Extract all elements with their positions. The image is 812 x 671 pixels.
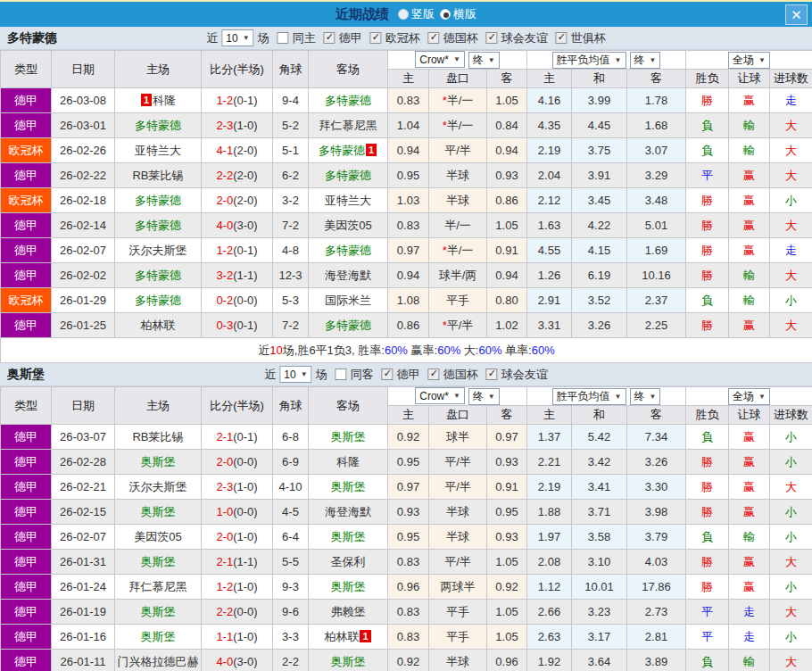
match-row: 德甲26-01-24拜仁慕尼黑1-2(1-0)9-3奥斯堡0.96两球半0.92… bbox=[1, 575, 812, 600]
league-badge: 德甲 bbox=[1, 450, 52, 475]
corner-cell: 7-2 bbox=[273, 213, 309, 238]
home-team-cell-name: 沃尔夫斯堡 bbox=[129, 480, 187, 493]
chevron-down-icon: ▼ bbox=[650, 393, 657, 401]
final-odds-select[interactable]: 终▼ bbox=[468, 52, 500, 69]
corner-cell: 3-2 bbox=[273, 188, 309, 213]
date-cell: 26-02-28 bbox=[52, 450, 115, 475]
match-row: 德甲26-03-07RB莱比锡2-1(0-1)6-8奥斯堡0.92球半0.971… bbox=[1, 425, 812, 450]
league-label-0: 德甲 bbox=[339, 30, 362, 46]
corner-cell: 5-2 bbox=[273, 113, 309, 138]
league-checkbox-2[interactable] bbox=[486, 369, 498, 380]
layout-horizontal-option[interactable]: 横版 bbox=[440, 6, 476, 22]
league-label-3: 球会友谊 bbox=[501, 30, 548, 46]
radio-vertical-icon[interactable] bbox=[398, 9, 409, 20]
score-cell: 1-0(0-0) bbox=[202, 500, 273, 525]
league-badge: 德甲 bbox=[1, 113, 52, 138]
red-card-badge: 1 bbox=[360, 630, 370, 642]
bookmaker-select[interactable]: Crow*▼ bbox=[415, 387, 465, 404]
away-team-cell-name: 奥斯堡 bbox=[331, 480, 366, 493]
avg-home-cell: 3.31 bbox=[527, 313, 572, 338]
fulltime-score: 2-0 bbox=[216, 194, 233, 207]
chevron-down-icon: ▼ bbox=[758, 56, 766, 64]
home-team-cell-name: 门兴格拉德巴赫 bbox=[118, 655, 199, 668]
same-venue-label: 同主 bbox=[293, 30, 316, 46]
final-avg-select-value: 终 bbox=[634, 389, 645, 404]
match-scope-select[interactable]: 全场▼ bbox=[728, 52, 770, 69]
away-team-cell-name: 多特蒙德 bbox=[325, 94, 371, 107]
odds-home-cell: 0.95 bbox=[388, 163, 429, 188]
corner-cell: 4-10 bbox=[273, 475, 309, 500]
league-checkbox-1[interactable] bbox=[428, 369, 440, 380]
avg-odds-select[interactable]: 胜平负均值▼ bbox=[552, 52, 626, 69]
avg-draw-cell: 3.42 bbox=[572, 450, 627, 475]
handicap-result-cell: 輸 bbox=[729, 288, 770, 313]
score-cell: 0-2(0-0) bbox=[202, 288, 273, 313]
avg-home-cell: 2.66 bbox=[527, 600, 572, 625]
bookmaker-select[interactable]: Crow*▼ bbox=[415, 51, 465, 68]
fulltime-score: 1-2 bbox=[216, 580, 233, 593]
col-handicap: 盘口 bbox=[429, 406, 487, 425]
league-checkbox-0[interactable] bbox=[324, 32, 336, 44]
score-cell: 2-1(0-1) bbox=[202, 425, 273, 450]
radio-horizontal-icon[interactable] bbox=[440, 9, 451, 20]
match-count-select[interactable]: 10▼ bbox=[279, 366, 311, 383]
home-team-cell-name: 奥斯堡 bbox=[141, 505, 176, 518]
date-cell: 26-03-07 bbox=[52, 425, 115, 450]
layout-vertical-option[interactable]: 竖版 bbox=[398, 6, 435, 22]
final-odds-select[interactable]: 终▼ bbox=[468, 388, 500, 405]
home-team-cell-name: 奥斯堡 bbox=[141, 630, 176, 643]
odds-home-cell: 0.96 bbox=[388, 575, 429, 600]
league-checkbox-1[interactable] bbox=[370, 32, 382, 44]
same-venue-checkbox[interactable] bbox=[278, 32, 289, 44]
odds-away-cell: 0.86 bbox=[487, 188, 527, 213]
odds-home-cell: 0.97 bbox=[388, 238, 429, 263]
result-cell: 勝 bbox=[686, 575, 729, 600]
match-scope-select[interactable]: 全场▼ bbox=[728, 388, 770, 405]
avg-odds-select[interactable]: 胜平负均值▼ bbox=[552, 388, 626, 405]
league-checkbox-0[interactable] bbox=[382, 369, 394, 380]
fulltime-score: 2-2 bbox=[216, 169, 233, 182]
col-avg-away: 客 bbox=[627, 406, 686, 425]
chevron-down-icon: ▼ bbox=[453, 392, 460, 400]
odds-home-cell: 0.92 bbox=[388, 650, 429, 671]
away-team-cell-name: 圣保利 bbox=[331, 555, 366, 568]
away-team-cell-name: 多特蒙德 bbox=[319, 144, 365, 157]
results-table: 类型日期主场比分(半场)角球客场Crow*▼终▼胜平负均值▼终▼全场▼主盘口客主… bbox=[0, 386, 812, 671]
col-date: 日期 bbox=[52, 387, 115, 425]
league-badge: 德甲 bbox=[1, 475, 52, 500]
same-venue-checkbox[interactable] bbox=[336, 369, 347, 380]
league-checkbox-3[interactable] bbox=[486, 32, 498, 44]
home-team-cell: 亚特兰大 bbox=[115, 138, 202, 163]
close-button[interactable]: ✕ bbox=[785, 4, 808, 25]
odds-home-cell: 0.86 bbox=[388, 313, 429, 338]
away-team-cell-name: 奥斯堡 bbox=[331, 580, 366, 593]
home-team-cell: RB莱比锡 bbox=[115, 163, 202, 188]
league-checkbox-2[interactable] bbox=[428, 32, 440, 44]
corner-cell: 6-2 bbox=[273, 163, 309, 188]
handicap-result-cell: 赢 bbox=[729, 500, 770, 525]
handicap-cell: *半/一 bbox=[429, 113, 487, 138]
away-team-cell: 多特蒙德 bbox=[309, 313, 388, 338]
avg-home-cell: 2.91 bbox=[527, 288, 572, 313]
avg-away-cell: 2.25 bbox=[627, 313, 686, 338]
fulltime-score: 3-2 bbox=[216, 269, 233, 282]
corner-cell: 4-8 bbox=[273, 238, 309, 263]
handicap-cell: *半/一 bbox=[429, 238, 487, 263]
handicap-result-cell: 赢 bbox=[729, 213, 770, 238]
avg-home-cell: 1.37 bbox=[527, 425, 572, 450]
league-badge: 德甲 bbox=[1, 525, 52, 550]
result-cell: 勝 bbox=[686, 88, 729, 113]
final-avg-select[interactable]: 终▼ bbox=[630, 52, 661, 69]
chevron-down-icon: ▼ bbox=[453, 55, 460, 63]
match-count-select[interactable]: 10▼ bbox=[221, 29, 253, 46]
dialog-title: 近期战绩 bbox=[336, 6, 389, 23]
handicap-cell: 平/半 bbox=[429, 475, 487, 500]
league-checkbox-4[interactable] bbox=[556, 32, 568, 44]
away-team-cell-name: 多特蒙德 bbox=[325, 244, 371, 257]
summary-segment-2: 场,胜6平1负3, 胜率: bbox=[283, 344, 385, 357]
final-avg-select[interactable]: 终▼ bbox=[630, 388, 661, 405]
odds-away-cell: 1.05 bbox=[487, 213, 527, 238]
fulltime-score: 0-3 bbox=[216, 319, 233, 332]
odds-away-cell: 0.94 bbox=[487, 138, 527, 163]
date-cell: 26-01-19 bbox=[52, 600, 115, 625]
